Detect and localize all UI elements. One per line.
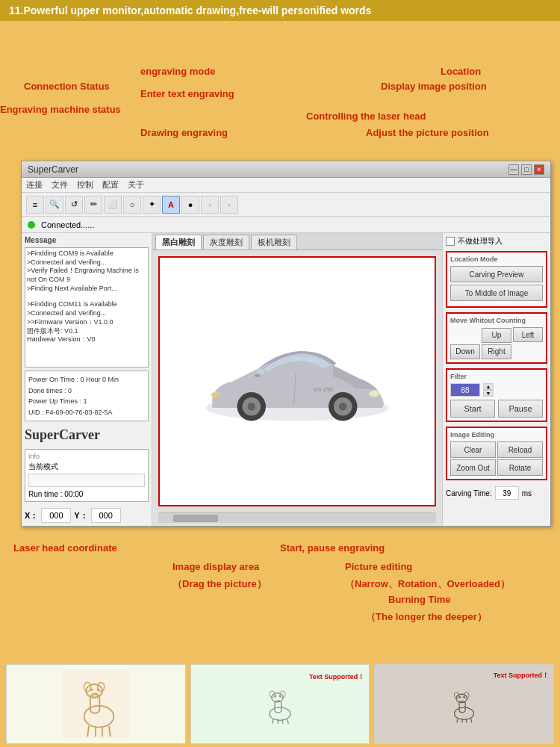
toolbar-btn-5[interactable]: ○ (123, 196, 141, 214)
thumb-engraved: Text Supported！ (374, 664, 554, 744)
center-panel: 黑白雕刻 灰度雕刻 板机雕刻 (152, 233, 442, 526)
message-box: >Findding COM9 is Available >Connected a… (25, 247, 149, 368)
car-image: ES 250 (193, 329, 402, 434)
to-middle-button[interactable]: To Middle of Image (450, 285, 543, 301)
x-label: X： (25, 510, 38, 521)
menubar: 连接 文件 控制 配置 关于 (22, 178, 550, 193)
move-up-button[interactable]: Up (482, 328, 511, 343)
toolbar-btn-7[interactable]: ● (181, 196, 199, 214)
spin-up[interactable]: ▲ (483, 383, 494, 390)
carving-time-label: Carving Time: (446, 489, 492, 498)
menu-config[interactable]: 配置 (102, 179, 119, 190)
toolbar-btn-4[interactable]: ⬜ (104, 196, 122, 214)
svg-point-7 (369, 390, 379, 397)
svg-line-35 (287, 719, 289, 724)
msg-8: 固件版本号: V0.1 (27, 327, 146, 336)
power-up-times: Power Up Times : 1 (28, 396, 145, 406)
toolbar-btn-2[interactable]: ↺ (65, 196, 83, 214)
menu-connect[interactable]: 连接 (26, 179, 43, 190)
carving-time-input[interactable] (495, 486, 519, 500)
giraffe-image (62, 671, 129, 738)
close-button[interactable]: ✕ (534, 164, 544, 175)
right-panel: 不做处理导入 Location Mode Carving Preview To … (442, 233, 550, 526)
svg-text:ES 250: ES 250 (314, 386, 333, 393)
done-times: Done times : 0 (28, 385, 145, 396)
info-box: Info 当前模式 Run time : 00:00 (25, 449, 149, 502)
annotation-display-image-position: Display image position (381, 81, 487, 92)
tab-board-engraving[interactable]: 板机雕刻 (251, 235, 297, 249)
tab-bw-engraving[interactable]: 黑白雕刻 (155, 235, 202, 249)
msg-2: >Connected and Verifing... (27, 258, 146, 267)
location-mode-section: Location Mode Carving Preview To Middle … (446, 251, 547, 308)
annotation-location: Location (441, 66, 481, 77)
carving-preview-button[interactable]: Carving Preview (450, 266, 543, 282)
svg-point-25 (270, 707, 290, 721)
image-display-area[interactable]: ES 250 (158, 256, 436, 506)
no-process-checkbox[interactable] (446, 237, 455, 246)
move-title: Move Whitout Counting (450, 317, 543, 324)
mode-input[interactable] (28, 474, 145, 487)
svg-point-31 (279, 695, 281, 698)
no-process-label: 不做处理导入 (458, 236, 503, 247)
move-left-button[interactable]: Left (513, 327, 543, 342)
annotation-drag-picture: （Drag the picture） (172, 577, 267, 591)
bottom-screenshots: Text Supported！ Text Supported！ (0, 661, 560, 747)
thumb-giraffe (6, 664, 186, 744)
msg-9: Hardwear Version：V0 (27, 335, 146, 344)
move-right-button[interactable]: Right (482, 344, 511, 359)
menu-about[interactable]: 关于 (128, 179, 144, 190)
rotate-button[interactable]: Rotate (497, 459, 543, 476)
window-titlebar: SuperCarver — □ ✕ (22, 161, 550, 178)
ms-label: ms (522, 489, 532, 498)
minimize-button[interactable]: — (508, 164, 519, 175)
mode-label: 当前模式 (28, 462, 145, 472)
annotation-start-pause-engraving: Start, pause engraving (280, 542, 385, 554)
svg-point-42 (463, 696, 464, 698)
start-button[interactable]: Start (450, 400, 495, 418)
menu-file[interactable]: 文件 (52, 179, 68, 190)
msg-5: >Findding COM11 is Available (27, 300, 146, 309)
thumb-engraved-giraffe (440, 686, 488, 723)
toolbar-btn-8[interactable]: · (201, 196, 219, 214)
svg-line-46 (471, 718, 473, 722)
window-controls: — □ ✕ (508, 164, 544, 175)
image-edit-grid: Clear Reload Zoom Out Rotate (450, 441, 543, 476)
annotation-enter-text-engraving: Enter text engraving (140, 88, 234, 99)
zoom-out-button[interactable]: Zoom Out (450, 459, 496, 476)
horizontal-scrollbar[interactable] (158, 512, 436, 523)
main-content: Message >Findding COM9 is Available >Con… (22, 233, 550, 526)
msg-4: >Finding Next Available Port... (27, 285, 146, 294)
toolbar-btn-a[interactable]: A (162, 196, 180, 214)
svg-line-43 (457, 718, 458, 722)
pause-button[interactable]: Pause (498, 400, 543, 418)
svg-point-3 (248, 403, 256, 411)
window-title: SuperCarver (28, 164, 78, 175)
toolbar-btn-9[interactable]: · (220, 196, 238, 214)
svg-point-41 (459, 696, 461, 698)
annotation-engraving-mode: engraving mode (140, 66, 215, 77)
filter-spinner[interactable]: ▲ ▼ (483, 383, 494, 397)
coordinate-row: X： Y： (25, 508, 149, 523)
clear-button[interactable]: Clear (450, 441, 496, 458)
x-input[interactable] (41, 508, 71, 523)
toolbar-btn-3[interactable]: ✏ (84, 196, 102, 214)
toolbar-btn-0[interactable]: ≡ (26, 196, 44, 214)
tab-gray-engraving[interactable]: 灰度雕刻 (203, 235, 249, 249)
svg-point-18 (90, 688, 93, 691)
spin-down[interactable]: ▼ (483, 390, 494, 397)
toolbar: ≡ 🔍 ↺ ✏ ⬜ ○ ✦ A ● · · (22, 193, 550, 217)
toolbar-btn-1[interactable]: 🔍 (46, 196, 63, 214)
maximize-button[interactable]: □ (521, 164, 532, 175)
filter-input[interactable] (450, 383, 480, 397)
annotation-adjust-picture-position: Adjust the picture position (366, 127, 489, 138)
filter-row: ▲ ▼ (450, 383, 543, 397)
reload-button[interactable]: Reload (497, 441, 543, 458)
location-mode-title: Location Mode (450, 255, 543, 263)
menu-control[interactable]: 控制 (77, 179, 93, 190)
toolbar-btn-6[interactable]: ✦ (143, 196, 161, 214)
y-input[interactable] (91, 508, 121, 523)
svg-rect-11 (255, 374, 260, 376)
annotation-engraving-machine-status: Engraving machine status (0, 104, 121, 115)
move-down-button[interactable]: Down (450, 344, 480, 359)
msg-3: >Verify Failed！Engraving Machine is not … (27, 267, 146, 284)
